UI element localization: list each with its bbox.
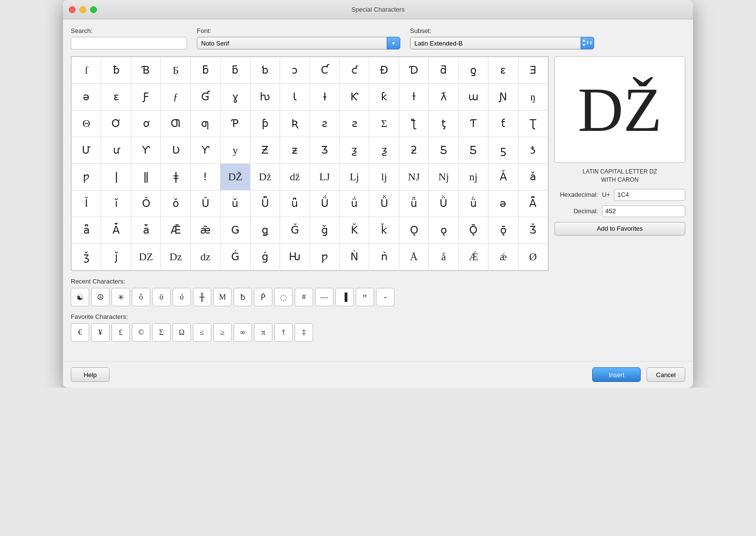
char-cell[interactable]: ƣ	[191, 110, 220, 137]
char-cell[interactable]: Ɲ	[488, 84, 518, 110]
char-cell[interactable]: Ʀ	[280, 110, 310, 137]
char-cell[interactable]: Ƴ	[131, 137, 161, 164]
char-cell[interactable]: Nj	[429, 164, 458, 190]
char-cell[interactable]: Ƈ	[310, 57, 340, 84]
char-cell[interactable]: ǔ	[220, 190, 250, 217]
char-cell[interactable]: ɯ	[459, 84, 488, 110]
char-cell[interactable]: DZ	[131, 244, 161, 270]
favorite-char-cell[interactable]: ¥	[91, 323, 110, 342]
recent-char-cell[interactable]: Ṗ	[254, 288, 272, 306]
recent-char-cell[interactable]: ó	[173, 288, 191, 306]
char-cell[interactable]: ƨ	[310, 110, 340, 137]
char-cell[interactable]: Ǟ	[519, 190, 548, 217]
recent-char-cell[interactable]: ☯	[71, 288, 89, 306]
char-cell[interactable]: ɔ	[280, 57, 310, 84]
char-cell[interactable]: Ǒ	[131, 190, 161, 217]
char-cell[interactable]: ǡ	[131, 217, 161, 244]
char-cell[interactable]: Ƴ	[191, 137, 220, 164]
char-cell[interactable]: ǂ	[161, 164, 190, 190]
recent-char-cell[interactable]: —	[315, 288, 333, 306]
char-cell[interactable]: ƨ	[340, 110, 369, 137]
recent-char-cell[interactable]: ╫	[193, 288, 211, 306]
char-cell[interactable]: Ǯ	[519, 217, 548, 244]
recent-char-cell[interactable]: ƀ	[234, 288, 252, 306]
char-cell[interactable]: ǚ	[399, 190, 429, 217]
char-cell[interactable]: ƭ	[488, 110, 518, 137]
char-cell[interactable]: y	[220, 137, 250, 164]
char-cell[interactable]: Ɖ	[369, 57, 399, 84]
char-cell[interactable]: Ƶ	[251, 137, 280, 164]
char-cell[interactable]: Ǫ	[399, 217, 429, 244]
char-cell[interactable]: Ʒ	[310, 137, 340, 164]
recent-char-cell[interactable]: ✳	[111, 288, 130, 306]
char-cell[interactable]: Б	[161, 57, 190, 84]
char-cell[interactable]: ƿ	[310, 244, 340, 270]
char-cell[interactable]: ǽ	[488, 244, 518, 270]
char-cell[interactable]: ǐ	[101, 190, 131, 217]
char-cell[interactable]: Ǎ	[488, 164, 518, 190]
char-cell[interactable]: Ƕ	[280, 244, 310, 270]
char-cell[interactable]: Ǔ	[191, 190, 220, 217]
char-cell[interactable]: Ƙ	[340, 84, 369, 110]
char-cell[interactable]: ǘ	[340, 190, 369, 217]
char-cell[interactable]: ƃ	[191, 57, 220, 84]
recent-char-cell[interactable]: -	[376, 288, 394, 306]
insert-button[interactable]: Insert	[592, 367, 641, 382]
char-cell[interactable]: ƙ	[369, 84, 399, 110]
char-cell[interactable]: ǁ	[131, 164, 161, 190]
char-cell[interactable]: ǰ	[101, 244, 131, 270]
char-cell[interactable]: Ƣ	[161, 110, 190, 137]
char-cell[interactable]: ǧ	[310, 217, 340, 244]
char-cell[interactable]: Ƥ	[220, 110, 250, 137]
char-cell[interactable]: ƪ	[399, 110, 429, 137]
char-cell[interactable]: ƀ	[101, 57, 131, 84]
char-cell[interactable]: NJ	[399, 164, 429, 190]
char-cell[interactable]: ƍ	[459, 57, 488, 84]
char-cell[interactable]: ƅ	[251, 57, 280, 84]
subset-select[interactable]: Latin Extended-B	[410, 37, 594, 49]
char-cell[interactable]: Ǥ	[220, 217, 250, 244]
char-cell[interactable]: Ǐ	[72, 190, 101, 217]
char-cell[interactable]: ƫ	[429, 110, 458, 137]
char-cell[interactable]: ƚ	[399, 84, 429, 110]
char-cell[interactable]: ǵ	[251, 244, 280, 270]
char-cell[interactable]: ƻ	[399, 137, 429, 164]
recent-char-cell[interactable]: M	[213, 288, 232, 306]
char-cell[interactable]: ƥ	[251, 110, 280, 137]
favorite-char-cell[interactable]: †	[274, 323, 293, 342]
add-to-favorites-button[interactable]: Add to Favorites	[554, 222, 685, 236]
char-cell[interactable]: ə	[72, 84, 101, 110]
char-cell[interactable]: Ƒ	[131, 84, 161, 110]
char-cell[interactable]: Ǜ	[429, 190, 458, 217]
char-cell[interactable]: ſ	[72, 57, 101, 84]
favorite-char-cell[interactable]: €	[71, 323, 89, 342]
favorite-char-cell[interactable]: Ω	[173, 323, 191, 342]
recent-char-cell[interactable]: ö	[152, 288, 171, 306]
char-cell[interactable]: LJ	[310, 164, 340, 190]
char-cell[interactable]: ǯ	[72, 244, 101, 270]
char-cell[interactable]: ơ	[131, 110, 161, 137]
char-cell[interactable]: ƾ	[519, 137, 548, 164]
favorite-char-cell[interactable]: ≤	[193, 323, 211, 342]
search-input[interactable]	[71, 37, 187, 49]
char-cell[interactable]: ǣ	[191, 217, 220, 244]
char-cell[interactable]: Ɠ	[191, 84, 220, 110]
char-cell[interactable]: Ƽ	[429, 137, 458, 164]
char-cell[interactable]: Ʋ	[161, 137, 190, 164]
char-cell[interactable]: Ư	[72, 137, 101, 164]
char-cell[interactable]: ɣ	[220, 84, 250, 110]
char-cell[interactable]: Ǝ	[519, 57, 548, 84]
favorite-char-cell[interactable]: ≥	[213, 323, 232, 342]
char-cell[interactable]: ƿ	[72, 164, 101, 190]
help-button[interactable]: Help	[71, 367, 110, 382]
close-button[interactable]	[69, 6, 76, 13]
favorite-char-cell[interactable]: ‡	[295, 323, 313, 342]
char-cell[interactable]: Ɩ	[280, 84, 310, 110]
char-cell[interactable]: Ǧ	[280, 217, 310, 244]
char-cell[interactable]: ƈ	[340, 57, 369, 84]
char-cell[interactable]: ƶ	[280, 137, 310, 164]
char-cell[interactable]: ǝ	[488, 190, 518, 217]
char-cell[interactable]: lj	[369, 164, 399, 190]
char-cell[interactable]: Σ	[369, 110, 399, 137]
char-cell[interactable]: ƺ	[340, 137, 369, 164]
